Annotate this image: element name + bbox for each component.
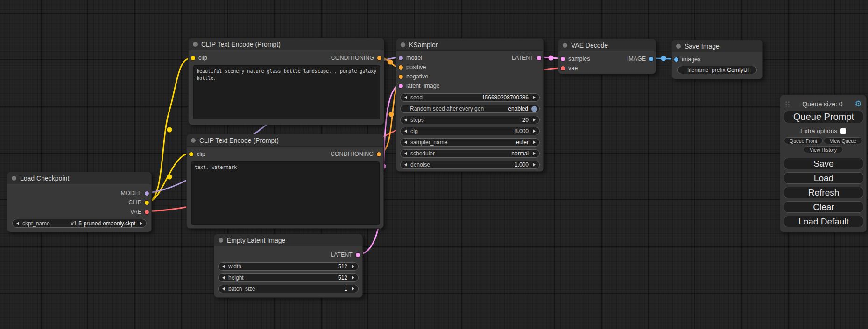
widget-ckpt-name[interactable]: ckpt_name v1-5-pruned-emaonly.ckpt (12, 219, 147, 228)
input-port-vae[interactable] (561, 66, 565, 70)
widget-cfg[interactable]: cfg 8.000 (400, 127, 540, 135)
collapse-dot-icon[interactable] (193, 42, 198, 47)
node-ksampler[interactable]: KSampler model LATENT positive negative (396, 38, 544, 172)
node-clip-text-encode-negative[interactable]: CLIP Text Encode (Prompt) clip CONDITION… (186, 134, 384, 229)
node-title: Empty Latent Image (227, 237, 285, 244)
queue-front-button[interactable]: Queue Front (784, 137, 823, 144)
node-load-checkpoint[interactable]: Load Checkpoint MODEL CLIP VAE ckpt_name… (7, 172, 152, 232)
input-label-positive: positive (406, 64, 426, 70)
link-midpoint-dot (661, 56, 666, 61)
drag-handle-icon[interactable] (785, 100, 790, 107)
queue-prompt-button[interactable]: Queue Prompt (784, 111, 863, 123)
widget-value: 1.000 (515, 161, 529, 168)
node-title: CLIP Text Encode (Prompt) (199, 137, 279, 144)
widget-seed[interactable]: seed 156680208700286 (400, 93, 540, 102)
output-port-conditioning[interactable] (377, 56, 381, 60)
negative-prompt-textarea[interactable]: text, watermark (191, 161, 380, 225)
input-port-latent-image[interactable] (399, 84, 403, 88)
prev-value-arrow-icon[interactable] (404, 152, 407, 155)
input-port-samples[interactable] (561, 57, 565, 61)
node-empty-latent-image[interactable]: Empty Latent Image LATENT width 512 heig… (214, 234, 363, 298)
output-port-image[interactable] (649, 57, 653, 61)
collapse-dot-icon[interactable] (12, 176, 16, 181)
node-vae-decode[interactable]: VAE Decode samples IMAGE vae (558, 39, 656, 74)
settings-gear-icon[interactable]: ⚙ (855, 100, 862, 108)
link-midpoint-dot (389, 112, 394, 117)
widget-sampler-name[interactable]: sampler_name euler (400, 138, 540, 147)
widget-batch-size[interactable]: batch_size 1 (218, 285, 359, 293)
input-port-negative[interactable] (399, 75, 403, 79)
load-button[interactable]: Load (784, 172, 863, 184)
collapse-dot-icon[interactable] (563, 43, 567, 48)
output-port-model[interactable] (145, 191, 149, 196)
widget-filename-prefix[interactable]: filename_prefix ComfyUI (677, 66, 757, 74)
increment-arrow-icon[interactable] (352, 265, 354, 268)
node-title: VAE Decode (571, 42, 608, 49)
decrement-arrow-icon[interactable] (404, 118, 407, 122)
increment-arrow-icon[interactable] (533, 163, 536, 167)
decrement-arrow-icon[interactable] (404, 163, 407, 167)
input-port-clip[interactable] (191, 56, 195, 60)
widget-denoise[interactable]: denoise 1.000 (400, 161, 540, 169)
input-port-images[interactable] (674, 57, 678, 62)
save-button[interactable]: Save (784, 158, 863, 169)
output-port-clip[interactable] (145, 201, 149, 205)
node-save-image[interactable]: Save Image images filename_prefix ComfyU… (671, 40, 763, 79)
increment-arrow-icon[interactable] (352, 287, 354, 291)
decrement-arrow-icon[interactable] (222, 265, 225, 268)
input-port-positive[interactable] (399, 65, 403, 70)
node-title-bar[interactable]: KSampler (396, 39, 543, 51)
prev-value-arrow-icon[interactable] (404, 140, 407, 144)
toggle-indicator-icon[interactable] (531, 106, 537, 112)
collapse-dot-icon[interactable] (219, 238, 223, 243)
input-port-clip[interactable] (189, 152, 193, 156)
next-value-arrow-icon[interactable] (533, 140, 536, 144)
increment-arrow-icon[interactable] (533, 129, 536, 133)
widget-value: 156680208700286 (482, 94, 529, 101)
increment-arrow-icon[interactable] (533, 118, 536, 122)
node-title-bar[interactable]: CLIP Text Encode (Prompt) (189, 38, 384, 50)
refresh-button[interactable]: Refresh (784, 187, 863, 198)
collapse-dot-icon[interactable] (191, 138, 196, 143)
decrement-arrow-icon[interactable] (404, 96, 407, 99)
output-port-latent[interactable] (356, 253, 360, 257)
input-label-images: images (682, 56, 700, 63)
view-history-button[interactable]: View History (804, 146, 843, 153)
increment-arrow-icon[interactable] (352, 276, 354, 280)
node-graph-canvas[interactable]: Load Checkpoint MODEL CLIP VAE ckpt_name… (0, 0, 868, 329)
widget-steps[interactable]: steps 20 (400, 116, 540, 124)
clear-button[interactable]: Clear (784, 201, 863, 213)
widget-value: euler (516, 139, 529, 146)
output-port-latent[interactable] (537, 56, 541, 60)
link-midpoint-dot (167, 175, 172, 180)
input-label-latent-image: latent_image (406, 83, 440, 89)
node-title-bar[interactable]: CLIP Text Encode (Prompt) (187, 134, 383, 147)
widget-width[interactable]: width 512 (218, 262, 359, 271)
output-port-conditioning[interactable] (377, 152, 381, 156)
node-title-bar[interactable]: Load Checkpoint (7, 172, 151, 184)
load-default-button[interactable]: Load Default (784, 216, 863, 227)
node-title-bar[interactable]: Save Image (672, 40, 762, 52)
positive-prompt-textarea[interactable]: beautiful scenery nature glass bottle la… (193, 65, 380, 119)
decrement-arrow-icon[interactable] (222, 287, 225, 291)
collapse-dot-icon[interactable] (676, 44, 681, 49)
node-clip-text-encode-positive[interactable]: CLIP Text Encode (Prompt) clip CONDITION… (188, 38, 384, 125)
widget-height[interactable]: height 512 (218, 273, 359, 282)
decrement-arrow-icon[interactable] (404, 129, 407, 133)
view-queue-button[interactable]: View Queue (824, 137, 862, 144)
output-port-vae[interactable] (145, 210, 149, 214)
collapse-dot-icon[interactable] (401, 42, 405, 47)
widget-label: sampler_name (410, 139, 447, 146)
node-title-bar[interactable]: VAE Decode (558, 39, 656, 51)
increment-arrow-icon[interactable] (533, 96, 536, 99)
next-value-arrow-icon[interactable] (140, 222, 142, 225)
prev-value-arrow-icon[interactable] (16, 222, 19, 225)
decrement-arrow-icon[interactable] (222, 276, 225, 280)
widget-random-seed-toggle[interactable]: Random seed after every gen enabled (400, 105, 540, 113)
widget-scheduler[interactable]: scheduler normal (400, 149, 540, 158)
input-port-model[interactable] (399, 56, 403, 60)
node-title-bar[interactable]: Empty Latent Image (214, 234, 362, 246)
next-value-arrow-icon[interactable] (533, 152, 536, 155)
extra-options-checkbox[interactable] (840, 128, 846, 134)
widget-value: 512 (338, 274, 347, 281)
